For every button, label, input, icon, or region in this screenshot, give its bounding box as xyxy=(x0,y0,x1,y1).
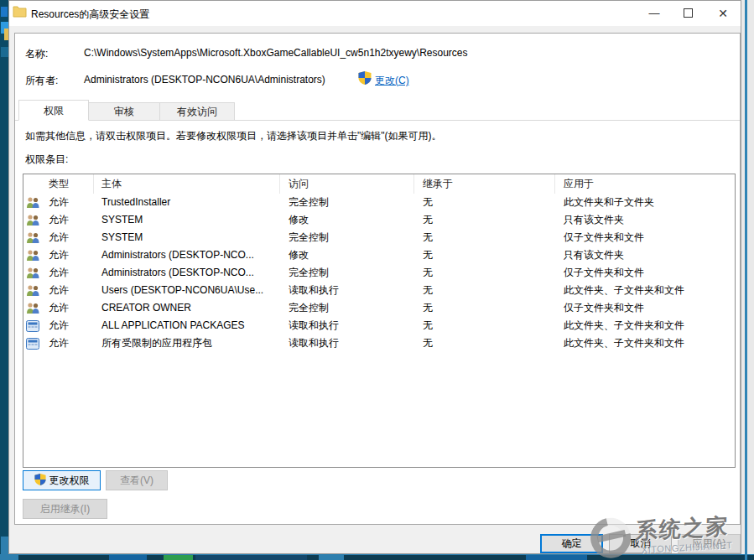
apply-button[interactable]: 应用(A) xyxy=(678,534,741,553)
cell-access: 读取和执行 xyxy=(280,334,414,352)
table-row[interactable]: 允许SYSTEM完全控制无仅子文件夹和文件 xyxy=(23,229,735,246)
cell-access: 修改 xyxy=(280,246,414,264)
background-window-edge xyxy=(0,0,8,555)
table-row[interactable]: 允许Users (DESKTOP-NCON6UA\Use...读取和执行无此文件… xyxy=(23,282,735,299)
cell-access: 完全控制 xyxy=(280,299,414,317)
column-header[interactable]: 访问 xyxy=(280,174,414,194)
cell-type: 允许 xyxy=(42,317,94,334)
cell-access: 完全控制 xyxy=(280,229,414,246)
table-row[interactable]: 允许SYSTEM修改无只有该文件夹 xyxy=(23,211,735,229)
uac-shield-icon xyxy=(358,71,372,85)
maximize-button[interactable] xyxy=(673,1,702,26)
table-row[interactable]: 允许ALL APPLICATION PACKAGES读取和执行无此文件夹、子文件… xyxy=(23,317,735,334)
app-package-icon xyxy=(23,334,42,352)
app-package-icon xyxy=(23,317,42,334)
ok-button[interactable]: 确定 xyxy=(540,534,603,553)
column-header[interactable]: 主体 xyxy=(94,174,280,194)
column-header[interactable]: 应用于 xyxy=(555,174,735,194)
cell-inherited-from: 无 xyxy=(414,282,555,299)
cell-applies-to: 只有该文件夹 xyxy=(555,246,735,264)
cancel-button[interactable]: 取消 xyxy=(609,534,672,553)
column-header[interactable]: 类型 xyxy=(23,174,94,194)
enable-inheritance-button[interactable]: 启用继承(I) xyxy=(23,499,107,519)
background-fragment xyxy=(319,555,344,560)
window-title: Resources的高级安全设置 xyxy=(31,8,149,22)
cell-applies-to: 此文件夹、子文件夹和文件 xyxy=(555,282,735,299)
cell-inherited-from: 无 xyxy=(414,229,555,246)
change-permissions-button[interactable]: 更改权限 xyxy=(23,470,101,490)
cell-applies-to: 此文件夹、子文件夹和文件 xyxy=(555,334,735,352)
table-row[interactable]: 允许CREATOR OWNER完全控制无仅子文件夹和文件 xyxy=(23,299,735,317)
cell-principal: CREATOR OWNER xyxy=(94,299,280,317)
cell-applies-to: 此文件夹、子文件夹和文件 xyxy=(555,317,735,334)
cell-inherited-from: 无 xyxy=(414,211,555,229)
minimize-button[interactable]: — xyxy=(640,1,668,26)
view-button[interactable]: 查看(V) xyxy=(106,470,168,490)
background-window-border xyxy=(745,0,747,560)
background-taskbar-edge xyxy=(0,554,754,560)
uac-shield-icon xyxy=(34,474,46,488)
change-owner-link[interactable]: 更改(C) xyxy=(375,74,409,88)
advanced-security-settings-dialog: Resources的高级安全设置 — ✕ 名称: C:\Windows\Syst… xyxy=(8,0,741,554)
instruction-text: 如需其他信息，请双击权限项目。若要修改权限项目，请选择该项目并单击"编辑"(如果… xyxy=(25,129,442,143)
background-fragment xyxy=(164,555,193,560)
title-bar[interactable]: Resources的高级安全设置 — ✕ xyxy=(9,1,741,26)
cell-access: 修改 xyxy=(280,211,414,229)
dialog-content-panel: 名称: C:\Windows\SystemApps\Microsoft.Xbox… xyxy=(14,33,741,525)
cell-type: 允许 xyxy=(42,211,94,229)
background-fragment xyxy=(195,555,307,560)
owner-label: 所有者: xyxy=(25,74,58,88)
change-permissions-label: 更改权限 xyxy=(49,474,90,488)
users-group-icon xyxy=(23,246,42,264)
name-label: 名称: xyxy=(25,47,48,61)
cell-inherited-from: 无 xyxy=(414,194,555,211)
tab-1[interactable]: 权限 xyxy=(18,100,89,121)
table-row[interactable]: 允许所有受限制的应用程序包读取和执行无此文件夹、子文件夹和文件 xyxy=(23,334,735,352)
cell-principal: ALL APPLICATION PACKAGES xyxy=(94,317,280,334)
users-group-icon xyxy=(23,229,42,246)
cell-access: 读取和执行 xyxy=(280,317,414,334)
cell-type: 允许 xyxy=(42,264,94,282)
folder-icon xyxy=(13,5,27,18)
tab-2[interactable]: 审核 xyxy=(88,102,160,121)
cell-inherited-from: 无 xyxy=(414,246,555,264)
cell-type: 允许 xyxy=(42,334,94,352)
cell-principal: SYSTEM xyxy=(94,229,280,246)
cell-type: 允许 xyxy=(42,194,94,211)
cell-principal: Administrators (DESKTOP-NCO... xyxy=(94,264,280,282)
column-header[interactable]: 继承于 xyxy=(414,174,555,194)
cell-principal: SYSTEM xyxy=(94,211,280,229)
users-group-icon xyxy=(23,211,42,229)
cell-access: 完全控制 xyxy=(280,194,414,211)
table-row[interactable]: 允许Administrators (DESKTOP-NCO...完全控制无仅子文… xyxy=(23,264,735,282)
table-body: 允许TrustedInstaller完全控制无此文件夹和子文件夹允许SYSTEM… xyxy=(23,194,735,352)
cell-inherited-from: 无 xyxy=(414,299,555,317)
table-header[interactable]: 类型主体访问继承于应用于 xyxy=(23,174,735,194)
table-row[interactable]: 允许Administrators (DESKTOP-NCO...修改无只有该文件… xyxy=(23,246,735,264)
background-fragment xyxy=(0,555,18,560)
users-group-icon xyxy=(23,282,42,299)
entries-label: 权限条目: xyxy=(25,153,68,167)
users-group-icon xyxy=(23,299,42,317)
cell-applies-to: 仅子文件夹和文件 xyxy=(555,264,735,282)
background-icon-fragment xyxy=(1,7,8,17)
permission-entries-table[interactable]: 类型主体访问继承于应用于 允许TrustedInstaller完全控制无此文件夹… xyxy=(23,174,736,468)
cell-type: 允许 xyxy=(42,246,94,264)
background-fragment xyxy=(526,555,587,560)
cell-inherited-from: 无 xyxy=(414,264,555,282)
cell-inherited-from: 无 xyxy=(414,317,555,334)
cell-access: 完全控制 xyxy=(280,264,414,282)
name-value: C:\Windows\SystemApps\Microsoft.XboxGame… xyxy=(84,47,468,59)
background-fragment xyxy=(109,555,147,560)
close-button[interactable]: ✕ xyxy=(709,1,737,26)
cell-type: 允许 xyxy=(42,299,94,317)
cell-principal: TrustedInstaller xyxy=(94,194,280,211)
tab-3[interactable]: 有效访问 xyxy=(159,102,235,121)
owner-value: Administrators (DESKTOP-NCON6UA\Administ… xyxy=(84,74,325,86)
table-row[interactable]: 允许TrustedInstaller完全控制无此文件夹和子文件夹 xyxy=(23,194,735,211)
cell-applies-to: 此文件夹和子文件夹 xyxy=(555,194,735,211)
cell-applies-to: 只有该文件夹 xyxy=(555,211,735,229)
background-icon-fragment xyxy=(1,47,8,57)
cell-principal: Administrators (DESKTOP-NCO... xyxy=(94,246,280,264)
cell-applies-to: 仅子文件夹和文件 xyxy=(555,229,735,246)
